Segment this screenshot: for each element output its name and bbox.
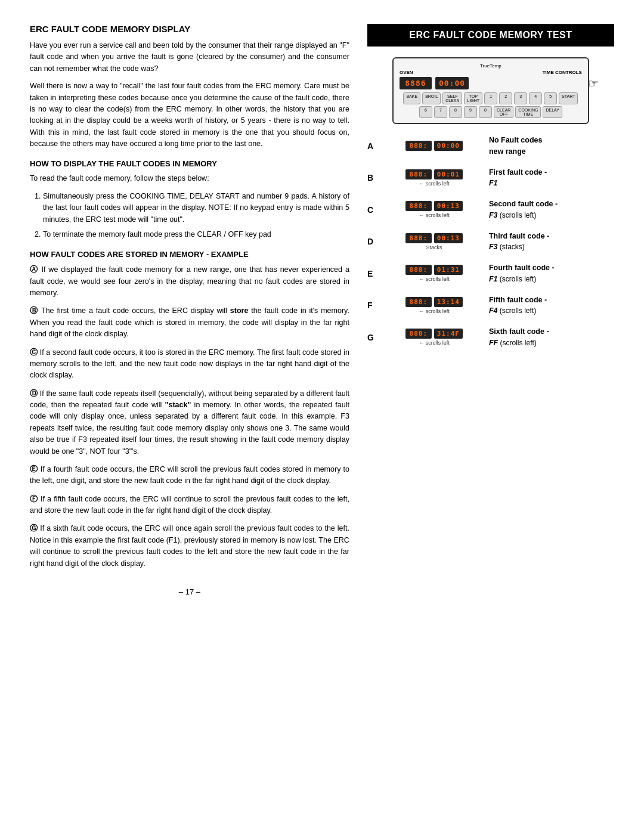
- cooking-time-btn: COOKINGTIME: [515, 106, 541, 118]
- example-e-para: Ⓔ If a fourth fault code occurs, the ERC…: [30, 463, 349, 487]
- fault-circle-c: C: [367, 205, 379, 215]
- oven-display-right: 00:00: [435, 77, 469, 89]
- fault-display-row-g: 888: 31:4F: [405, 329, 463, 339]
- delay-btn: DELAY: [543, 106, 562, 118]
- fd-box-g-right: 31:4F: [434, 329, 463, 339]
- stacks-label-d: Stacks: [426, 244, 442, 250]
- fd-box-e-left: 888:: [405, 265, 432, 275]
- fault-sub-g: FF: [489, 339, 498, 347]
- intro-paragraph-2: Well there is now a way to "recall" the …: [30, 80, 349, 150]
- fault-display-row-a: 888: 00:00: [405, 141, 463, 151]
- oven-panel-wrapper: TrueTemp OVEN TIME CONTROLS 8886 00:00 B…: [367, 57, 614, 124]
- example-e-text: If a fourth fault code occurs, the ERC w…: [30, 465, 349, 485]
- example-g-para: Ⓖ If a sixth fault code occurs, the ERC …: [30, 522, 349, 569]
- clear-btn: CLEAROFF: [494, 106, 513, 118]
- scrolls-label-b: ← scrolls left: [419, 181, 450, 187]
- start-btn: START: [559, 92, 578, 104]
- num8-btn: 8: [449, 106, 462, 118]
- example-b-text: The first time a fault code occurs, the …: [30, 306, 349, 338]
- fd-box-g-left: 888:: [405, 329, 432, 339]
- fault-circle-a: A: [367, 141, 379, 151]
- fault-sub-e: F1: [489, 275, 498, 283]
- right-section-title: ERC FAULT CODE MEMORY TEST: [367, 24, 614, 47]
- oven-display-left: 8886: [400, 77, 432, 89]
- fd-box-f-left: 888:: [405, 297, 432, 307]
- fault-desc-e: Fourth fault code - F1 (scrolls left): [489, 262, 614, 285]
- right-column: ERC FAULT CODE MEMORY TEST TrueTemp OVEN…: [367, 24, 614, 596]
- num7-btn: 7: [434, 106, 447, 118]
- num3-btn: 3: [514, 92, 527, 104]
- example-d-text: If the same fault code repeats itself (s…: [30, 389, 349, 456]
- fault-circle-b: B: [367, 173, 379, 182]
- circle-g: Ⓖ: [30, 524, 38, 532]
- left-column: ERC FAULT CODE MEMORY DISPLAY Have you e…: [30, 24, 349, 596]
- oven-displays: 8886 00:00: [400, 77, 582, 89]
- fault-display-row-e: 888: 01:31: [405, 265, 463, 275]
- fault-circle-d: D: [367, 237, 379, 246]
- fault-circle-f: F: [367, 301, 379, 310]
- num2-btn: 2: [499, 92, 512, 104]
- scrolls-label-f: ← scrolls left: [419, 308, 450, 314]
- num0-btn: 0: [479, 106, 492, 118]
- fd-box-e-right: 01:31: [434, 265, 463, 275]
- fault-desc-d: Third fault code - F3 (stacks): [489, 231, 614, 253]
- num6-btn: 6: [419, 106, 432, 118]
- fault-title-d: Third fault code -: [489, 232, 549, 240]
- fault-display-e: 888: 01:31 ← scrolls left: [386, 265, 482, 282]
- fault-title-b: First fault code -: [489, 168, 547, 176]
- fd-box-d-right: 00:13: [434, 233, 463, 243]
- fault-display-row-c: 888: 00:13: [405, 201, 463, 211]
- bake-btn: BAKE: [403, 92, 420, 104]
- fault-desc-b: First fault code - F1: [489, 167, 614, 190]
- fd-box-d-left: 888:: [405, 233, 432, 243]
- left-section-title: ERC FAULT CODE MEMORY DISPLAY: [30, 24, 349, 34]
- fault-title-e: Fourth fault code -: [489, 264, 555, 272]
- fault-title-f: Fifth fault code -: [489, 296, 547, 304]
- scrolls-label-c: ← scrolls left: [419, 212, 450, 218]
- example-f-para: Ⓕ If a fifth fault code occurs, the ERC …: [30, 493, 349, 517]
- oven-buttons-row: BAKE BROIL SELFCLEAN TOPLIGHT 1 2 3 4 5 …: [400, 92, 582, 118]
- fault-note-c: (scrolls left): [497, 211, 536, 219]
- fault-note-f: (scrolls left): [497, 306, 536, 315]
- fd-box-c-right: 00:13: [434, 201, 463, 211]
- fault-title-a: No Fault codesnew range: [489, 136, 543, 156]
- num4-btn: 4: [529, 92, 542, 104]
- steps-list: Simultaneously press the COOKING TIME, D…: [43, 191, 349, 241]
- fault-circle-g: G: [367, 333, 379, 342]
- fault-desc-c: Second fault code - F3 (scrolls left): [489, 199, 614, 221]
- fault-desc-f: Fifth fault code - F4 (scrolls left): [489, 295, 614, 317]
- fault-example-e: E 888: 01:31 ← scrolls left Fourth fault…: [367, 262, 614, 285]
- top-light-btn: TOPLIGHT: [464, 92, 482, 104]
- fault-sub-f: F4: [489, 306, 498, 315]
- fault-example-c: C 888: 00:13 ← scrolls left Second fault…: [367, 199, 614, 221]
- fault-display-c: 888: 00:13 ← scrolls left: [386, 201, 482, 218]
- example-b-para: Ⓑ The first time a fault code occurs, th…: [30, 305, 349, 340]
- num1-btn: 1: [484, 92, 497, 104]
- num9-btn: 9: [464, 106, 477, 118]
- oven-panel: TrueTemp OVEN TIME CONTROLS 8886 00:00 B…: [392, 57, 589, 124]
- fault-display-row-d: 888: 00:13: [405, 233, 463, 243]
- fd-box-b-left: 888:: [405, 169, 432, 179]
- fault-sub-d: F3: [489, 243, 498, 251]
- truetemp-label: TrueTemp: [400, 63, 582, 69]
- fault-display-row-b: 888: 00:01: [405, 169, 463, 179]
- fault-display-f: 888: 13:14 ← scrolls left: [386, 297, 482, 314]
- how-display-intro: To read the fault code memory, follow th…: [30, 173, 349, 184]
- intro-paragraph-1: Have you ever run a service call and bee…: [30, 40, 349, 75]
- circle-c: Ⓒ: [30, 348, 38, 357]
- time-controls-label: TIME CONTROLS: [543, 70, 582, 75]
- circle-e: Ⓔ: [30, 465, 38, 473]
- example-a-para: Ⓐ If we displayed the fault code memory …: [30, 264, 349, 299]
- fault-desc-a: No Fault codesnew range: [489, 135, 614, 157]
- arrow-pointer: ☞: [588, 76, 599, 91]
- fault-desc-g: Sixth fault code - FF (scrolls left): [489, 326, 614, 349]
- fd-box-c-left: 888:: [405, 201, 432, 211]
- fault-note-d: (stacks): [497, 243, 524, 251]
- fault-sub-c: F3: [489, 211, 498, 219]
- how-display-title: HOW TO DISPLAY THE FAULT CODES IN MEMORY: [30, 159, 349, 168]
- fault-title-g: Sixth fault code -: [489, 327, 549, 336]
- fd-box-b-right: 00:01: [434, 169, 463, 179]
- fd-box-a-left: 888:: [405, 141, 432, 151]
- scrolls-label-g: ← scrolls left: [419, 340, 450, 346]
- circle-a: Ⓐ: [30, 265, 39, 274]
